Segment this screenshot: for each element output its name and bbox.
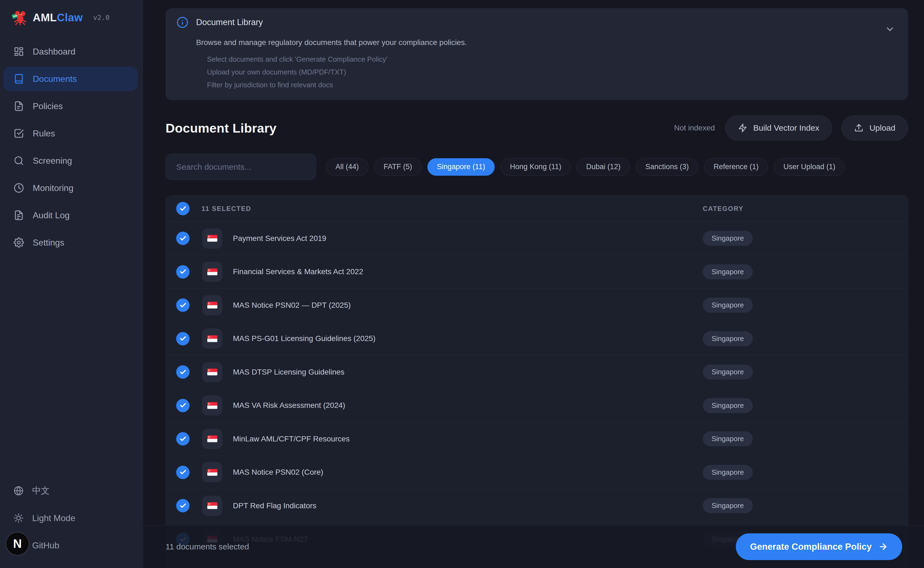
sidebar-item-monitoring[interactable]: Monitoring (3, 176, 138, 200)
policies-file-icon (14, 101, 24, 111)
globe-icon (14, 486, 23, 496)
row-checkbox[interactable] (176, 466, 190, 479)
banner-title: Document Library (196, 17, 263, 27)
brand: AML AMLClaw v2.0 (0, 0, 143, 25)
document-title: Financial Services & Markets Act 2022 (233, 267, 363, 276)
sidebar-footer-label: Light Mode (32, 513, 75, 523)
search-input[interactable] (166, 154, 316, 180)
selected-count-header: 11 SELECTED (202, 205, 251, 213)
filter-chip-singapore-11-[interactable]: Singapore (11) (427, 158, 495, 176)
category-badge: Singapore (703, 298, 753, 313)
upload-button[interactable]: Upload (841, 115, 908, 140)
singapore-flag-icon (202, 328, 222, 349)
filter-chip-fatf-5-[interactable]: FATF (5) (374, 158, 422, 176)
page-title: Document Library (166, 121, 277, 136)
lightning-bolt-icon (738, 123, 747, 133)
filter-chip-reference-1-[interactable]: Reference (1) (704, 158, 768, 176)
sidebar-item-documents[interactable]: Documents (3, 66, 138, 91)
build-vector-index-button[interactable]: Build Vector Index (725, 115, 832, 140)
upload-icon (854, 123, 864, 133)
row-checkbox[interactable] (176, 432, 190, 446)
table-row[interactable]: DPT Red Flag Indicators Singapore (166, 489, 908, 523)
row-checkbox[interactable] (176, 265, 190, 278)
document-title: MAS Notice PSN02 — DPT (2025) (233, 301, 351, 310)
table-row[interactable]: MAS Notice PSN02 — DPT (2025) Singapore (166, 289, 908, 322)
category-badge: Singapore (703, 331, 753, 346)
singapore-flag-icon (202, 228, 222, 249)
sidebar-item-label: Audit Log (33, 210, 69, 221)
sidebar-item-rules[interactable]: Rules (3, 121, 138, 146)
row-checkbox[interactable] (176, 399, 190, 412)
table-row[interactable]: Financial Services & Markets Act 2022 Si… (166, 255, 908, 289)
sidebar-item-audit-log[interactable]: Audit Log (3, 203, 138, 228)
sidebar-footer-item-sun[interactable]: Light Mode (3, 506, 138, 530)
brand-version: v2.0 (93, 14, 110, 21)
table-header-row: 11 SELECTED CATEGORY (166, 196, 908, 222)
document-title: MAS PS-G01 Licensing Guidelines (2025) (233, 334, 375, 343)
sidebar-footer-label: 中文 (32, 485, 50, 497)
filter-chip-all-44-[interactable]: All (44) (326, 158, 368, 176)
row-checkbox[interactable] (176, 232, 190, 245)
banner-tip: Upload your own documents (MD/PDF/TXT) (207, 68, 897, 76)
table-row[interactable]: Payment Services Act 2019 Singapore (166, 222, 908, 255)
category-badge: Singapore (703, 231, 753, 246)
category-badge: Singapore (703, 431, 753, 446)
table-row[interactable]: MAS VA Risk Assessment (2024) Singapore (166, 389, 908, 423)
table-row[interactable]: MAS Notice PSN02 (Core) Singapore (166, 456, 908, 489)
document-title: MAS Notice PSN02 (Core) (233, 468, 323, 477)
chevron-down-icon[interactable] (885, 24, 895, 35)
brand-name: AMLClaw (33, 12, 83, 24)
sidebar: AML AMLClaw v2.0 Dashboard Documents Pol… (0, 0, 143, 568)
main-content: Document Library Browse and manage regul… (143, 0, 924, 568)
filter-chip-hong-kong-11-[interactable]: Hong Kong (11) (500, 158, 571, 176)
singapore-flag-icon (202, 295, 222, 316)
document-title: MAS DTSP Licensing Guidelines (233, 368, 344, 376)
category-badge: Singapore (703, 465, 753, 480)
table-row[interactable]: MAS PS-G01 Licensing Guidelines (2025) S… (166, 322, 908, 356)
select-all-checkbox[interactable] (176, 202, 190, 215)
filter-chip-dubai-12-[interactable]: Dubai (12) (577, 158, 630, 176)
category-badge: Singapore (703, 398, 753, 413)
generate-compliance-policy-button[interactable]: Generate Compliance Policy (736, 533, 902, 560)
row-checkbox[interactable] (176, 298, 190, 312)
filter-chips: All (44) FATF (5) Singapore (11) Hong Ko… (326, 158, 845, 176)
banner-tips: Select documents and click 'Generate Com… (207, 55, 897, 89)
table-row[interactable]: MinLaw AML/CFT/CPF Resources Singapore (166, 422, 908, 456)
category-column-header: CATEGORY (703, 205, 743, 213)
dashboard-grid-icon (14, 46, 24, 57)
sidebar-item-screening[interactable]: Screening (3, 148, 138, 173)
sidebar-footer-label: GitHub (32, 541, 59, 551)
sidebar-item-settings[interactable]: Settings (3, 230, 138, 255)
screening-search-icon (14, 156, 24, 166)
documents-selected-status: 11 documents selected (166, 542, 249, 551)
sidebar-item-label: Documents (33, 74, 77, 84)
banner-tip: Select documents and click 'Generate Com… (207, 55, 897, 63)
row-checkbox[interactable] (176, 365, 190, 379)
lobster-logo-icon: AML (11, 10, 26, 25)
category-badge: Singapore (703, 264, 753, 279)
sun-icon (14, 513, 23, 523)
row-checkbox[interactable] (176, 499, 190, 512)
documents-book-icon (14, 74, 24, 84)
document-title: DPT Red Flag Indicators (233, 502, 317, 510)
sidebar-item-dashboard[interactable]: Dashboard (3, 39, 138, 64)
sidebar-item-label: Settings (33, 238, 64, 248)
info-icon (176, 17, 188, 29)
sidebar-footer-item-globe[interactable]: 中文 (3, 479, 138, 503)
filter-chip-user-upload-1-[interactable]: User Upload (1) (774, 158, 845, 176)
documents-table: 11 SELECTED CATEGORY Payment Services Ac… (166, 195, 908, 568)
singapore-flag-icon (202, 496, 222, 516)
arrow-right-icon (878, 542, 888, 551)
filter-chip-sanctions-3-[interactable]: Sanctions (3) (636, 158, 698, 176)
row-checkbox[interactable] (176, 332, 190, 345)
sidebar-item-label: Dashboard (33, 47, 75, 57)
document-title: Payment Services Act 2019 (233, 234, 326, 243)
singapore-flag-icon (202, 395, 222, 415)
table-row[interactable]: MAS DTSP Licensing Guidelines Singapore (166, 355, 908, 389)
sidebar-item-label: Monitoring (33, 183, 73, 193)
sidebar-item-policies[interactable]: Policies (3, 94, 138, 118)
category-badge: Singapore (703, 498, 753, 513)
index-status-label: Not indexed (674, 124, 715, 132)
singapore-flag-icon (202, 429, 222, 449)
nextjs-avatar-badge[interactable]: N (6, 532, 29, 556)
